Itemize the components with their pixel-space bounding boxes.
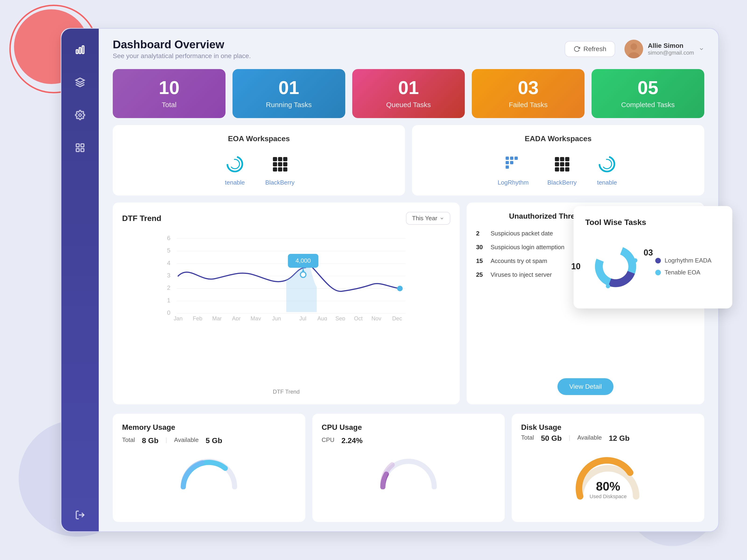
svg-text:Dec: Dec	[392, 315, 402, 320]
sidebar-item-grid[interactable]	[73, 141, 87, 155]
threat-label-3: Accounts try ot spam	[490, 257, 547, 265]
stat-card-total: 10 Total	[113, 69, 226, 118]
svg-text:4: 4	[167, 260, 171, 266]
disk-available-label: Available	[577, 434, 602, 443]
svg-rect-33	[560, 162, 564, 166]
stat-number-total: 10	[159, 78, 180, 97]
svg-rect-19	[283, 162, 287, 166]
svg-rect-16	[283, 157, 287, 161]
eoa-title: EOA Workspaces	[122, 134, 396, 143]
svg-point-57	[301, 272, 306, 277]
svg-text:Oct: Oct	[354, 315, 363, 320]
stat-label-queued: Queued Tasks	[386, 101, 431, 109]
threat-count-2: 30	[476, 244, 488, 251]
memory-available-label: Available	[174, 436, 199, 445]
popup-title: Tool Wise Tasks	[585, 218, 721, 227]
view-detail-button[interactable]: View Detail	[558, 378, 614, 395]
legend-dot-tenable	[655, 270, 661, 275]
workspace-label-tenable-eada: tenable	[597, 179, 617, 186]
eoa-icons: tenable	[122, 152, 396, 186]
stat-label-running: Running Tasks	[266, 101, 312, 109]
memory-available-value: 5 Gb	[206, 436, 222, 445]
svg-text:2: 2	[167, 284, 171, 291]
bottom-row: Memory Usage Total 8 Gb | Available 5 Gb	[99, 414, 718, 531]
blackberry-logo-eoa	[268, 152, 291, 176]
user-details: Allie Simon simon@gmail.com	[648, 42, 694, 56]
eada-workspace-card: EADA Workspaces	[412, 125, 704, 195]
svg-rect-4	[76, 144, 79, 147]
legend-dot-logrhythm	[655, 258, 661, 263]
stat-card-failed: 03 Failed Tasks	[472, 69, 585, 118]
stat-number-failed: 03	[518, 78, 539, 97]
svg-text:May: May	[251, 315, 261, 320]
svg-rect-21	[278, 167, 282, 171]
stats-row: 10 Total 01 Running Tasks 01 Queued Task…	[99, 64, 718, 125]
popup-content: 03 10 Log	[585, 236, 721, 297]
svg-rect-35	[555, 167, 559, 171]
chart-title: DTF Trend	[122, 214, 161, 223]
sidebar-item-layers[interactable]	[73, 75, 87, 89]
workspace-item-blackberry-eoa: BlackBerry	[265, 152, 294, 186]
svg-text:Sep: Sep	[335, 315, 345, 320]
period-selector[interactable]: This Year	[406, 212, 450, 225]
svg-text:Apr: Apr	[232, 315, 241, 320]
svg-rect-6	[76, 149, 79, 152]
cpu-gauge	[322, 450, 496, 496]
svg-rect-24	[510, 157, 513, 160]
svg-point-38	[599, 157, 614, 171]
page-title: Dashboard Overview	[113, 38, 251, 51]
middle-section: EOA Workspaces tenable	[99, 125, 718, 203]
dashboard-card: Dashboard Overview See your analytatical…	[61, 28, 719, 532]
svg-text:6: 6	[167, 235, 171, 241]
svg-rect-5	[81, 144, 84, 147]
memory-title: Memory Usage	[122, 423, 296, 432]
refresh-button[interactable]: Refresh	[565, 41, 615, 57]
disk-total-label: Total	[521, 434, 534, 443]
cpu-title: CPU Usage	[322, 423, 496, 432]
stat-number-queued: 01	[398, 78, 419, 97]
sidebar-item-settings[interactable]	[73, 108, 87, 122]
logrhythm-logo	[501, 152, 525, 176]
svg-point-3	[79, 114, 81, 116]
stat-card-running: 01 Running Tasks	[232, 69, 345, 118]
sidebar-item-logout[interactable]	[73, 508, 87, 522]
stat-card-completed: 05 Completed Tasks	[592, 69, 704, 118]
svg-rect-36	[560, 167, 564, 171]
eada-title: EADA Workspaces	[421, 134, 695, 143]
chart-card: DTF Trend This Year 6 5 4 3 2 1	[113, 203, 460, 404]
threat-count-3: 15	[476, 257, 488, 265]
popup-legend: Logrhythm EADA Tenable EOA	[655, 257, 712, 276]
svg-rect-28	[506, 165, 509, 169]
svg-rect-14	[273, 157, 277, 161]
cpu-value: 2.24%	[341, 436, 363, 445]
chart-svg: 6 5 4 3 2 1 0	[122, 232, 450, 320]
sidebar-item-chart[interactable]	[73, 43, 87, 57]
user-name: Allie Simon	[648, 42, 694, 50]
threat-count-1: 2	[476, 230, 488, 237]
threat-count-4: 25	[476, 271, 488, 278]
svg-rect-27	[510, 161, 513, 164]
legend-item-logrhythm: Logrhythm EADA	[655, 257, 712, 264]
donut-chart: 03 10	[585, 236, 646, 297]
svg-rect-23	[506, 157, 509, 160]
disk-available-value: 12 Gb	[609, 434, 629, 443]
svg-rect-22	[283, 167, 287, 171]
svg-rect-31	[565, 157, 569, 161]
svg-text:Nov: Nov	[371, 315, 381, 320]
header-left: Dashboard Overview See your analytatical…	[113, 38, 251, 60]
cpu-stats: CPU 2.24%	[322, 436, 496, 445]
svg-point-78	[606, 284, 610, 288]
svg-point-58	[397, 286, 403, 291]
svg-rect-30	[560, 157, 564, 161]
workspace-label-logrhythm: LogRhythm	[498, 179, 529, 186]
svg-text:1: 1	[167, 297, 171, 304]
user-info: Allie Simon simon@gmail.com	[624, 40, 704, 58]
stat-card-queued: 01 Queued Tasks	[352, 69, 465, 118]
workspace-label-blackberry-eoa: BlackBerry	[265, 179, 294, 186]
svg-text:Jul: Jul	[299, 315, 306, 320]
tenable-logo-eoa	[223, 152, 247, 176]
period-dropdown-icon	[440, 216, 444, 221]
chart-header: DTF Trend This Year	[122, 212, 450, 225]
threat-label-4: Viruses to inject server	[490, 271, 552, 278]
workspace-item-blackberry-eada: BlackBerry	[547, 152, 577, 186]
